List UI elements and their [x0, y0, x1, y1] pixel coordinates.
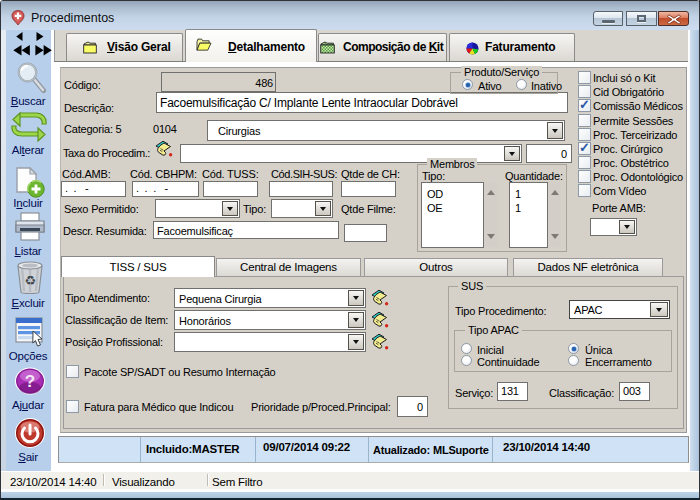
svg-text:?: ? — [25, 372, 35, 391]
svg-text:♻: ♻ — [24, 273, 36, 288]
